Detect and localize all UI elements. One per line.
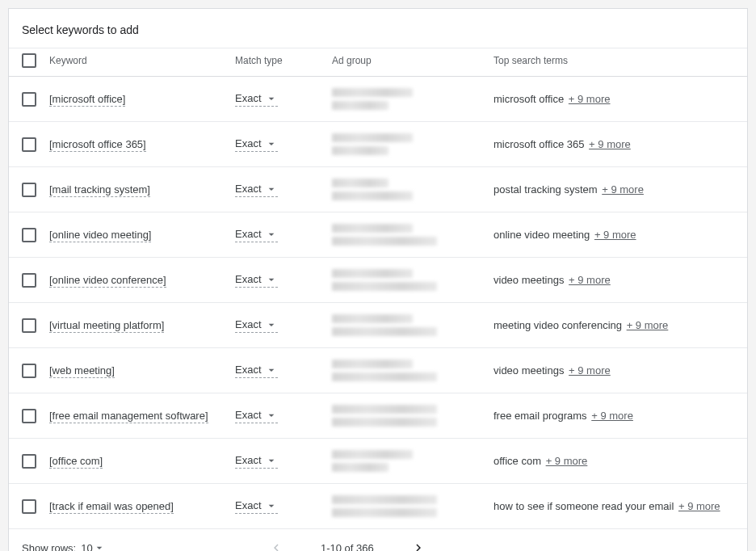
select-all-checkbox[interactable]	[22, 53, 36, 68]
match-type-label: Exact	[235, 137, 262, 149]
keyword-text[interactable]: [web meeting]	[49, 364, 115, 378]
ad-group-cell	[332, 269, 494, 291]
more-terms-link[interactable]: + 9 more	[569, 364, 611, 376]
table-row: [online video meeting] Exact online vide…	[9, 212, 747, 258]
more-terms-link[interactable]: + 9 more	[678, 500, 720, 512]
match-type-selector[interactable]: Exact	[235, 92, 278, 107]
top-search-term: how to see if someone read your email	[494, 500, 674, 512]
caret-down-icon	[265, 183, 278, 196]
match-type-label: Exact	[235, 273, 262, 285]
table-row: [microsoft office] Exact microsoft offic…	[9, 77, 747, 122]
redacted-text	[332, 88, 413, 97]
page-range: 1-10 of 366	[321, 542, 374, 552]
top-search-term: office com	[494, 455, 541, 467]
keyword-text[interactable]: [track if email was opened]	[49, 500, 174, 514]
row-checkbox[interactable]	[22, 273, 36, 288]
table-header-row: Keyword Match type Ad group Top search t…	[9, 48, 747, 77]
row-checkbox[interactable]	[22, 499, 36, 514]
top-search-term: video meetings	[494, 364, 564, 376]
redacted-text	[332, 508, 437, 517]
match-type-selector[interactable]: Exact	[235, 228, 278, 242]
redacted-text	[332, 495, 437, 504]
more-terms-link[interactable]: + 9 more	[546, 455, 588, 467]
redacted-text	[332, 450, 413, 459]
table-row: [online video conference] Exact video me…	[9, 258, 747, 303]
match-type-selector[interactable]: Exact	[235, 409, 278, 423]
redacted-text	[332, 146, 388, 155]
keyword-text[interactable]: [microsoft office 365]	[49, 138, 146, 152]
ad-group-cell	[332, 179, 494, 200]
row-checkbox[interactable]	[22, 364, 36, 378]
top-search-term: microsoft office	[494, 93, 564, 105]
caret-down-icon	[265, 409, 278, 422]
row-checkbox[interactable]	[22, 183, 36, 197]
match-type-label: Exact	[235, 454, 262, 466]
match-type-label: Exact	[235, 318, 262, 330]
redacted-text	[332, 269, 413, 278]
more-terms-link[interactable]: + 9 more	[589, 138, 631, 150]
row-checkbox[interactable]	[22, 137, 36, 152]
table-row: [web meeting] Exact video meetings + 9 m…	[9, 348, 747, 393]
caret-down-icon	[265, 364, 278, 376]
ad-group-cell	[332, 224, 494, 246]
ad-group-cell	[332, 133, 494, 155]
chevron-right-icon	[411, 540, 426, 551]
show-rows-label: Show rows:	[22, 542, 76, 552]
top-search-term: meeting video conferencing	[494, 319, 622, 331]
ad-group-cell	[332, 314, 494, 336]
column-header-match-type: Match type	[235, 55, 332, 66]
redacted-text	[332, 327, 437, 336]
more-terms-link[interactable]: + 9 more	[594, 229, 636, 241]
next-page-button[interactable]	[408, 537, 429, 551]
match-type-selector[interactable]: Exact	[235, 454, 278, 469]
prev-page-button[interactable]	[266, 537, 287, 551]
match-type-label: Exact	[235, 92, 262, 104]
table-row: [free email management software] Exact f…	[9, 393, 747, 439]
more-terms-link[interactable]: + 9 more	[591, 410, 633, 422]
match-type-selector[interactable]: Exact	[235, 364, 278, 378]
caret-down-icon	[93, 541, 106, 551]
top-search-term: postal tracking system	[494, 183, 598, 196]
keyword-text[interactable]: [free email management software]	[49, 410, 208, 423]
keyword-text[interactable]: [microsoft office]	[49, 93, 125, 107]
column-header-top-search-terms: Top search terms	[494, 55, 734, 66]
caret-down-icon	[265, 499, 278, 512]
chevron-left-icon	[269, 540, 284, 551]
match-type-selector[interactable]: Exact	[235, 273, 278, 288]
match-type-selector[interactable]: Exact	[235, 499, 278, 514]
row-checkbox[interactable]	[22, 454, 36, 469]
redacted-text	[332, 282, 437, 291]
caret-down-icon	[265, 92, 278, 105]
redacted-text	[332, 418, 437, 427]
match-type-label: Exact	[235, 409, 262, 421]
redacted-text	[332, 360, 413, 368]
keyword-text[interactable]: [online video meeting]	[49, 229, 151, 242]
ad-group-cell	[332, 495, 494, 517]
row-checkbox[interactable]	[22, 228, 36, 242]
match-type-selector[interactable]: Exact	[235, 183, 278, 197]
match-type-selector[interactable]: Exact	[235, 137, 278, 152]
keyword-text[interactable]: [online video conference]	[49, 274, 166, 288]
keyword-panel: Select keywords to add Keyword Match typ…	[8, 8, 748, 551]
column-header-keyword: Keyword	[49, 55, 235, 66]
row-checkbox[interactable]	[22, 409, 36, 423]
row-checkbox[interactable]	[22, 318, 36, 333]
rows-per-page-selector[interactable]: 10	[81, 541, 105, 551]
more-terms-link[interactable]: + 9 more	[569, 93, 611, 105]
top-search-term: microsoft office 365	[494, 138, 584, 150]
keyword-text[interactable]: [office com]	[49, 455, 103, 469]
ad-group-cell	[332, 360, 494, 381]
row-checkbox[interactable]	[22, 92, 36, 107]
more-terms-link[interactable]: + 9 more	[569, 274, 611, 286]
caret-down-icon	[265, 318, 278, 331]
more-terms-link[interactable]: + 9 more	[602, 183, 644, 196]
keyword-text[interactable]: [mail tracking system]	[49, 183, 150, 197]
match-type-selector[interactable]: Exact	[235, 318, 278, 333]
caret-down-icon	[265, 137, 278, 150]
more-terms-link[interactable]: + 9 more	[627, 319, 669, 331]
redacted-text	[332, 191, 413, 200]
ad-group-cell	[332, 450, 494, 472]
panel-title: Select keywords to add	[9, 9, 747, 48]
keyword-text[interactable]: [virtual meeting platform]	[49, 319, 164, 333]
redacted-text	[332, 237, 437, 246]
